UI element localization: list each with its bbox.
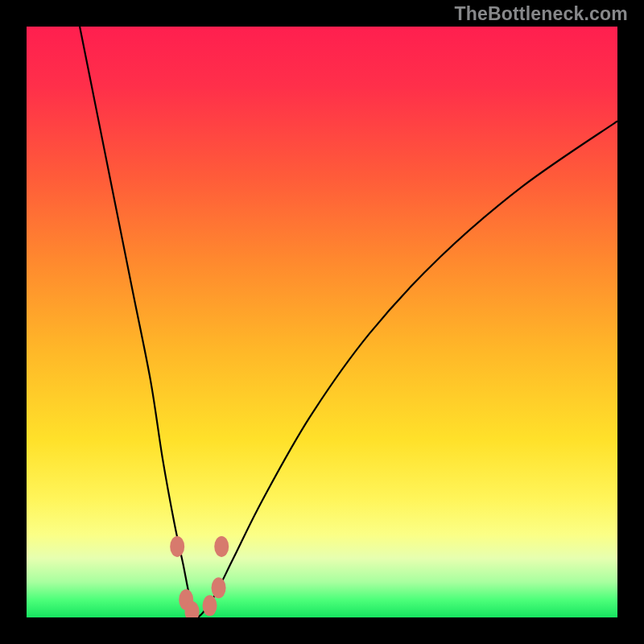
plot-area [27, 27, 617, 617]
highlight-dot [203, 595, 217, 616]
highlight-dot [212, 577, 226, 598]
chart-frame: TheBottleneck.com [0, 0, 644, 644]
watermark-text: TheBottleneck.com [454, 3, 628, 25]
highlight-dot [170, 536, 184, 557]
highlight-dot [214, 536, 229, 557]
highlight-dots [27, 27, 617, 617]
